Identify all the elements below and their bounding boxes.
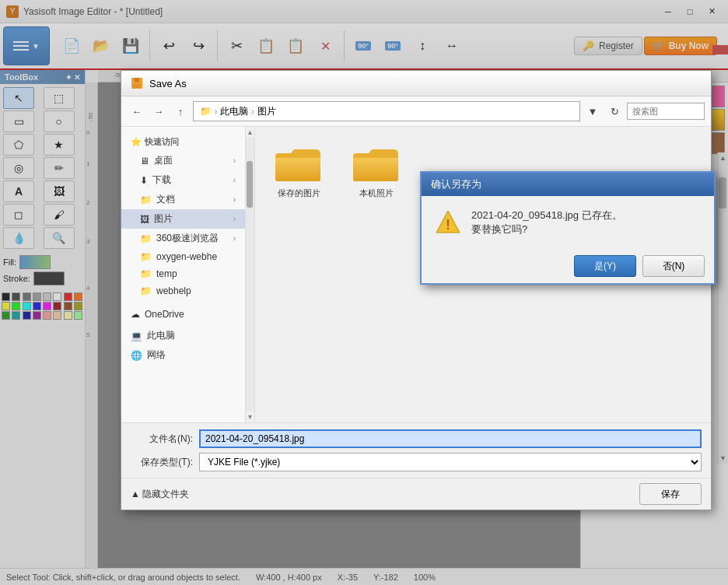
nav-scrollbar[interactable]: ▲ ▼ [246,127,255,422]
filetype-row: 保存类型(T): YJKE File (*.yjke) [131,453,702,471]
filetype-label: 保存类型(T): [131,456,193,469]
nav-pictures[interactable]: 🖼图片› [121,209,245,229]
nav-webhelp[interactable]: 📁webhelp [121,282,245,300]
confirm-message: 2021-04-20_095418.jpg 已存在。 要替换它吗? [471,208,622,236]
confirm-no-button[interactable]: 否(N) [642,255,705,277]
svg-text:!: ! [446,217,450,233]
folder-icon-camera [353,144,400,183]
nav-downloads[interactable]: ⬇下载› [121,170,245,190]
filetype-select[interactable]: YJKE File (*.yjke) [199,453,702,471]
folder-label-saved: 保存的图片 [278,187,320,199]
nav-360browser[interactable]: 📁360极速浏览器› [121,229,245,248]
nav-oxygen[interactable]: 📁oxygen-webhe [121,248,245,265]
svg-rect-2 [133,84,141,88]
warning-icon: ! [434,208,462,236]
breadcrumb-dropdown[interactable]: ▼ [583,102,602,121]
confirm-title-text: 确认另存为 [431,177,481,191]
dialog-footer: ▲ 隐藏文件夹 保存 [121,478,711,510]
app-window: Y Yasisoft Image Editor - * [Untitled] ─… [0,0,728,585]
filename-row: 文件名(N): [131,429,702,448]
dialog-bottom: 文件名(N): 保存类型(T): YJKE File (*.yjke) [121,422,711,478]
confirm-yes-button[interactable]: 是(Y) [574,255,636,277]
hide-folders-button[interactable]: ▲ 隐藏文件夹 [131,488,189,501]
nav-desktop[interactable]: 🖥桌面› [121,151,245,170]
dialog-icon [131,77,143,89]
breadcrumb-sep-1: › [215,107,217,116]
folder-camera-roll[interactable]: 本机照片 [345,139,408,204]
nav-temp[interactable]: 📁temp [121,265,245,282]
svg-rect-1 [135,78,139,82]
filename-label: 文件名(N): [131,433,193,446]
nav-documents[interactable]: 📁文档› [121,190,245,209]
confirm-body: ! 2021-04-20_095418.jpg 已存在。 要替换它吗? [422,196,714,249]
breadcrumb-sep-2: › [251,107,254,116]
dialog-title-text: Save As [149,78,187,89]
refresh-button[interactable]: ↻ [605,102,624,121]
folder-saved-pictures[interactable]: 保存的图片 [268,139,330,204]
confirm-message-line2: 要替换它吗? [471,222,622,236]
confirm-message-line1: 2021-04-20_095418.jpg 已存在。 [471,208,622,222]
nav-onedrive[interactable]: ☁OneDrive [121,306,245,323]
nav-network[interactable]: 🌐网络 [121,345,245,365]
dialog-title-bar: Save As [121,71,711,96]
breadcrumb-part-2[interactable]: 图片 [257,105,276,118]
dialog-nav-bar: ← → ↑ 📁 › 此电脑 › 图片 ▼ ↻ [121,96,711,127]
nav-this-computer[interactable]: 💻此电脑 [121,326,245,345]
folder-icon-saved [275,144,322,183]
quick-access-header: ⭐ 快速访问 [121,133,245,151]
forward-button[interactable]: → [149,102,168,121]
back-button[interactable]: ← [128,102,146,121]
confirm-title-bar: 确认另存为 [422,173,714,196]
nav-panel: ⭐ 快速访问 🖥桌面› ⬇下载› 📁文档› 🖼图片› 📁360极速浏览器› [121,127,246,422]
up-button[interactable]: ↑ [171,102,190,121]
confirm-buttons: 是(Y) 否(N) [422,249,714,283]
hide-folders-label: ▲ 隐藏文件夹 [131,488,189,501]
filename-input[interactable] [199,429,702,448]
dialog-save-button[interactable]: 保存 [639,483,702,505]
folder-label-camera: 本机照片 [359,187,394,199]
breadcrumb-part-1[interactable]: 此电脑 [220,105,248,118]
breadcrumb-bar: 📁 › 此电脑 › 图片 [193,101,580,121]
save-as-dialog: Save As ← → ↑ 📁 › 此电脑 › 图片 ▼ ↻ ⭐ [121,70,712,510]
breadcrumb-icon: 📁 [200,106,212,117]
search-input[interactable] [627,103,705,120]
confirm-dialog: 确认另存为 ! 2021-04-20_095418.jpg 已存在。 要替换它吗… [420,171,716,285]
